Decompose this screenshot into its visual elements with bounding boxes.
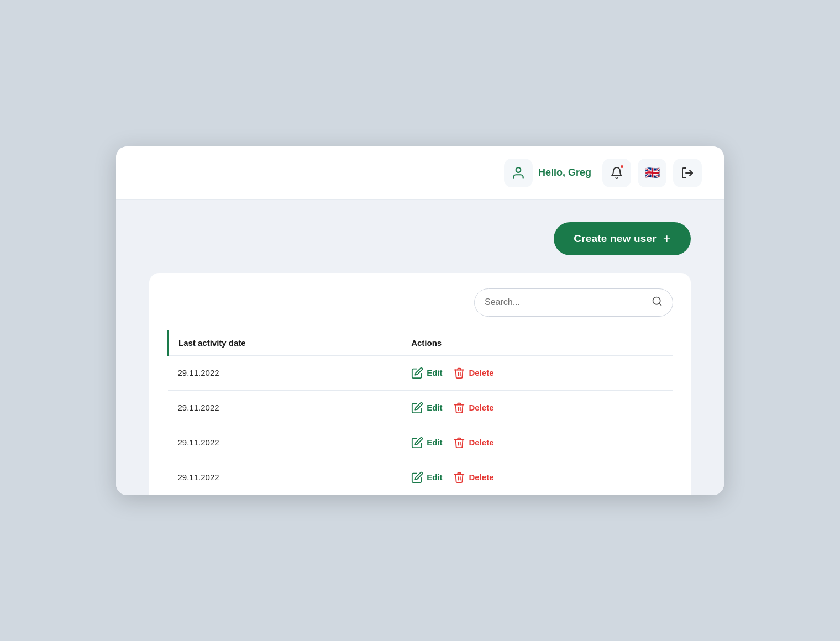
edit-icon xyxy=(411,437,423,449)
edit-label: Edit xyxy=(427,472,442,482)
logout-icon xyxy=(681,166,694,180)
create-new-user-button[interactable]: Create new user + xyxy=(554,222,691,255)
cell-date: 29.11.2022 xyxy=(168,425,403,460)
table-row: 29.11.2022 Edit Delete xyxy=(168,425,674,460)
cell-actions: Edit Delete xyxy=(402,390,673,425)
delete-label: Delete xyxy=(469,368,494,377)
edit-label: Edit xyxy=(427,368,442,377)
notification-dot xyxy=(620,164,624,169)
delete-button[interactable]: Delete xyxy=(453,437,494,449)
browser-frame: Hello, Greg 🇬🇧 Create new user xyxy=(116,146,724,495)
col-header-actions: Actions xyxy=(402,330,673,355)
trash-icon xyxy=(453,471,465,484)
trash-icon xyxy=(453,437,465,449)
edit-button[interactable]: Edit xyxy=(411,437,442,449)
delete-label: Delete xyxy=(469,438,494,447)
notification-button[interactable] xyxy=(602,159,631,187)
svg-point-0 xyxy=(516,167,521,172)
main-area: Create new user + xyxy=(116,200,724,495)
actions-cell: Edit Delete xyxy=(411,367,664,379)
cell-actions: Edit Delete xyxy=(402,460,673,495)
edit-button[interactable]: Edit xyxy=(411,471,442,484)
action-row: Create new user + xyxy=(149,222,691,255)
data-table: Last activity date Actions 29.11.2022 Ed… xyxy=(167,330,673,495)
cell-date: 29.11.2022 xyxy=(168,355,403,390)
delete-label: Delete xyxy=(469,403,494,412)
user-icon xyxy=(511,166,526,180)
delete-button[interactable]: Delete xyxy=(453,402,494,414)
language-button[interactable]: 🇬🇧 xyxy=(638,159,666,187)
actions-cell: Edit Delete xyxy=(411,402,664,414)
delete-label: Delete xyxy=(469,472,494,482)
user-icon-button[interactable] xyxy=(504,159,533,187)
edit-icon xyxy=(411,367,423,379)
edit-button[interactable]: Edit xyxy=(411,402,442,414)
edit-button[interactable]: Edit xyxy=(411,367,442,379)
top-bar: Hello, Greg 🇬🇧 xyxy=(116,146,724,200)
table-row: 29.11.2022 Edit Delete xyxy=(168,460,674,495)
search-icon xyxy=(652,296,663,309)
actions-cell: Edit Delete xyxy=(411,471,664,484)
actions-cell: Edit Delete xyxy=(411,437,664,449)
edit-icon xyxy=(411,402,423,414)
logout-button[interactable] xyxy=(673,159,702,187)
plus-icon: + xyxy=(663,232,671,245)
col-header-last-activity-date: Last activity date xyxy=(168,330,403,355)
trash-icon xyxy=(453,367,465,379)
cell-date: 29.11.2022 xyxy=(168,390,403,425)
table-card: Last activity date Actions 29.11.2022 Ed… xyxy=(149,273,691,495)
search-row xyxy=(167,288,673,317)
search-input[interactable] xyxy=(485,297,646,307)
flag-icon: 🇬🇧 xyxy=(645,166,660,180)
create-button-label: Create new user xyxy=(574,233,657,245)
svg-line-3 xyxy=(659,303,662,305)
cell-actions: Edit Delete xyxy=(402,425,673,460)
cell-actions: Edit Delete xyxy=(402,355,673,390)
table-row: 29.11.2022 Edit Delete xyxy=(168,390,674,425)
greeting-section: Hello, Greg xyxy=(504,159,591,187)
edit-label: Edit xyxy=(427,438,442,447)
greeting-text: Hello, Greg xyxy=(538,167,591,178)
delete-button[interactable]: Delete xyxy=(453,471,494,484)
edit-label: Edit xyxy=(427,403,442,412)
delete-button[interactable]: Delete xyxy=(453,367,494,379)
cell-date: 29.11.2022 xyxy=(168,460,403,495)
trash-icon xyxy=(453,402,465,414)
table-row: 29.11.2022 Edit Delete xyxy=(168,355,674,390)
edit-icon xyxy=(411,471,423,484)
search-box xyxy=(474,288,673,317)
